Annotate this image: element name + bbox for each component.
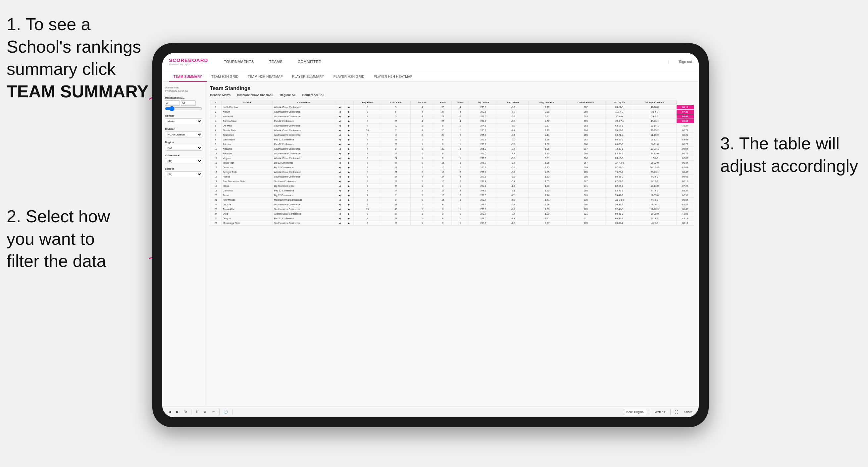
cell-arrow-left[interactable]: ◀ xyxy=(335,212,344,216)
cell-arrow-left[interactable]: ◀ xyxy=(335,128,344,133)
cell-rank: 10 xyxy=(210,147,222,151)
cell-reg-rank: 6 xyxy=(354,147,381,151)
cell-arrow-left[interactable]: ◀ xyxy=(335,203,344,207)
cell-arrow-right[interactable]: ▶ xyxy=(344,133,354,137)
nav-tournaments[interactable]: TOURNAMENTS xyxy=(221,58,256,65)
cell-rnds: 8 xyxy=(434,212,452,216)
cell-arrow-left[interactable]: ◀ xyxy=(335,188,344,193)
cell-arrow-right[interactable]: ▶ xyxy=(344,128,354,133)
cell-arrow-left[interactable]: ◀ xyxy=(335,151,344,156)
cell-arrow-left[interactable]: ◀ xyxy=(335,207,344,212)
cell-arrow-left[interactable]: ◀ xyxy=(335,105,344,110)
cell-arrow-right[interactable]: ▶ xyxy=(344,175,354,179)
cell-arrow-right[interactable]: ▶ xyxy=(344,207,354,212)
toolbar-clock[interactable]: 🕐 xyxy=(222,409,229,415)
cell-arrow-right[interactable]: ▶ xyxy=(344,203,354,207)
share-button[interactable]: Share xyxy=(682,409,694,415)
cell-rnds: 8 xyxy=(434,124,452,128)
cell-arrow-right[interactable]: ▶ xyxy=(344,198,354,203)
cell-rank: 19 xyxy=(210,188,222,193)
cell-arrow-right[interactable]: ▶ xyxy=(344,161,354,165)
tablet-frame: SCOREBOARD Powered by clippi TOURNAMENTS… xyxy=(152,43,709,427)
cell-arrow-left[interactable]: ◀ xyxy=(335,170,344,175)
cell-arrow-right[interactable]: ▶ xyxy=(344,105,354,110)
nav-teams[interactable]: TEAMS xyxy=(267,58,285,65)
view-original-button[interactable]: View: Original xyxy=(623,409,647,415)
cell-arrow-right[interactable]: ▶ xyxy=(344,114,354,119)
cell-arrow-right[interactable]: ▶ xyxy=(344,188,354,193)
cell-arrow-left[interactable]: ◀ xyxy=(335,114,344,119)
gender-select[interactable]: Men's Women's xyxy=(165,118,203,124)
cell-arrow-right[interactable]: ▶ xyxy=(344,184,354,188)
cell-arrow-left[interactable]: ◀ xyxy=(335,147,344,151)
cell-arrow-right[interactable]: ▶ xyxy=(344,110,354,114)
cell-arrow-right[interactable]: ▶ xyxy=(344,193,354,198)
cell-avg-low: 266 xyxy=(566,203,606,207)
sub-nav-player-summary[interactable]: PLAYER SUMMARY xyxy=(287,72,329,82)
region-select[interactable]: N/A All xyxy=(165,145,203,151)
sub-nav-player-h2h-heatmap[interactable]: PLAYER H2H HEATMAP xyxy=(369,72,417,82)
sub-nav-team-h2h-grid[interactable]: TEAM H2H GRID xyxy=(207,72,243,82)
cell-arrow-right[interactable]: ▶ xyxy=(344,179,354,184)
toolbar-refresh[interactable]: ↻ xyxy=(183,409,188,415)
cell-arrow-left[interactable]: ◀ xyxy=(335,175,344,179)
toolbar-expand[interactable]: ⛶ xyxy=(673,409,680,415)
sub-nav-team-h2h-heatmap[interactable]: TEAM H2H HEATMAP xyxy=(243,72,287,82)
division-select[interactable]: NCAA Division I NCAA Division II NCAA Di… xyxy=(165,131,203,137)
cell-arrow-left[interactable]: ◀ xyxy=(335,198,344,203)
watch-button[interactable]: Watch ▾ xyxy=(653,409,668,415)
conference-select[interactable]: (All) xyxy=(165,158,203,164)
sub-nav-team-summary[interactable]: TEAM SUMMARY xyxy=(169,72,207,82)
nav-committee[interactable]: COMMITTEE xyxy=(295,58,324,65)
sub-nav-player-h2h-grid[interactable]: PLAYER H2H GRID xyxy=(329,72,369,82)
rank-slider[interactable] xyxy=(165,107,203,110)
cell-arrow-right[interactable]: ▶ xyxy=(344,170,354,175)
cell-arrow-left[interactable]: ◀ xyxy=(335,137,344,142)
cell-arrow-left[interactable]: ◀ xyxy=(335,142,344,147)
cell-arrow-right[interactable]: ▶ xyxy=(344,119,354,124)
cell-conf-rank: 26 xyxy=(381,170,411,175)
sign-out[interactable]: Sign out xyxy=(679,60,692,64)
cell-arrow-left[interactable]: ◀ xyxy=(335,156,344,161)
min-rank-input-1[interactable] xyxy=(165,100,180,106)
cell-rank: 1 xyxy=(210,105,222,110)
cell-arrow-right[interactable]: ▶ xyxy=(344,156,354,161)
cell-avg-low: 267 xyxy=(566,161,606,165)
cell-rnds: 16 xyxy=(434,193,452,198)
cell-arrow-right[interactable]: ▶ xyxy=(344,142,354,147)
cell-arrow-left[interactable]: ◀ xyxy=(335,110,344,114)
cell-arrow-right[interactable]: ▶ xyxy=(344,147,354,151)
cell-arrow-left[interactable]: ◀ xyxy=(335,165,344,170)
cell-arrow-left[interactable]: ◀ xyxy=(335,161,344,165)
min-rank-input-2[interactable] xyxy=(181,100,196,106)
cell-reg-rank: 10 xyxy=(354,207,381,212)
cell-arrow-left[interactable]: ◀ xyxy=(335,119,344,124)
cell-arrow-right[interactable]: ▶ xyxy=(344,151,354,156)
toolbar-forward[interactable]: ▶ xyxy=(175,409,180,415)
cell-points: 80.34 xyxy=(676,161,694,165)
toolbar-share2[interactable]: ⬆ xyxy=(194,409,200,415)
toolbar-more[interactable]: ⋯ xyxy=(210,409,217,415)
cell-arrow-left[interactable]: ◀ xyxy=(335,124,344,128)
cell-conf-rank: 18 xyxy=(381,133,411,137)
cell-arrow-right[interactable]: ▶ xyxy=(344,124,354,128)
col-top25: Vs Top 25 xyxy=(606,100,633,105)
cell-arrow-left[interactable]: ◀ xyxy=(335,133,344,137)
school-select[interactable]: (All) xyxy=(165,171,203,177)
cell-arrow-left[interactable]: ◀ xyxy=(335,179,344,184)
cell-avg-low: 221 xyxy=(566,212,606,216)
cell-arrow-right[interactable]: ▶ xyxy=(344,165,354,170)
cell-arrow-left[interactable]: ◀ xyxy=(335,184,344,188)
cell-arrow-right[interactable]: ▶ xyxy=(344,137,354,142)
cell-arrow-left[interactable]: ◀ xyxy=(335,221,344,225)
toolbar-back[interactable]: ◀ xyxy=(167,409,172,415)
cell-arrow-left[interactable]: ◀ xyxy=(335,216,344,221)
toolbar-copy[interactable]: ⧉ xyxy=(203,409,208,415)
cell-sc: -3.6 xyxy=(498,142,528,147)
cell-arrow-right[interactable]: ▶ xyxy=(344,212,354,216)
cell-arrow-right[interactable]: ▶ xyxy=(344,221,354,225)
cell-arrow-left[interactable]: ◀ xyxy=(335,193,344,198)
cell-arrow-right[interactable]: ▶ xyxy=(344,216,354,221)
table-row: 7 Tennessee Southeastern Conference ◀ ▶ … xyxy=(210,133,694,137)
cell-overall: 60-39-2 xyxy=(606,221,633,225)
